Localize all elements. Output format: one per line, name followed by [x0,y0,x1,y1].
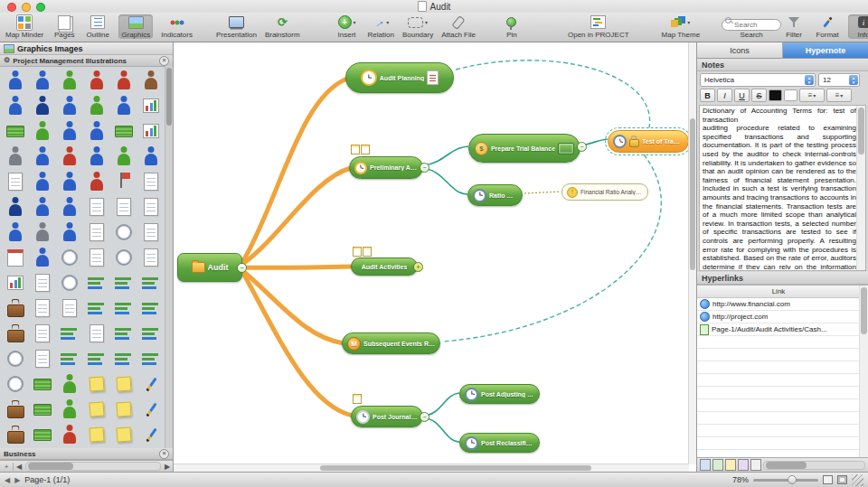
toolbar-button-graphics[interactable]: Graphics [118,14,153,39]
clipart-thumbnail-bars[interactable] [137,295,165,321]
add-topic-link-button[interactable] [738,459,749,471]
toolbar-button-open-in-project[interactable]: Open in PROJECT [568,14,629,39]
italic-button[interactable]: I [717,89,732,102]
clipart-thumbnail-chart[interactable] [137,93,165,118]
bold-button[interactable]: B [700,89,715,102]
toolbar-button-relation[interactable]: ▾ Relation [368,14,394,39]
clipart-thumbnail-pp-green[interactable] [29,118,56,144]
toolbar-button-indicators[interactable]: Indicators [161,14,193,39]
toolbar-button-pin[interactable]: Pin [499,14,524,39]
clipart-thumbnail-pp-red[interactable] [83,169,110,194]
clipart-thumbnail-bars[interactable] [83,346,110,371]
clipart-thumbnail-case[interactable] [2,295,29,321]
hyperlink-row-empty[interactable] [697,437,860,450]
toolbar-button-presentation[interactable]: Presentation [216,14,257,39]
topic-post-journal-entries[interactable]: Post Journal Entries [351,406,423,427]
topic-post-reclassification[interactable]: Post Reclassification [459,433,540,453]
toolbar-button-format[interactable]: Format [815,14,840,39]
scrollbar-thumb[interactable] [861,287,867,334]
zoom-slider[interactable] [753,479,818,482]
clipart-thumbnail-pp-green[interactable] [56,397,83,422]
font-size-dropdown[interactable]: 12 [818,73,860,87]
clipart-thumbnail-pp-red[interactable] [83,68,110,93]
clipart-thumbnail-pp-blue[interactable] [2,93,29,118]
clipart-thumbnail-doc[interactable] [29,321,56,346]
clipart-thumbnail-pp-blue[interactable] [83,118,110,144]
clipart-thumbnail-clock[interactable] [110,220,137,245]
hyperlinks-horizontal-scrollbar[interactable] [763,461,865,470]
sidebar-vertical-scrollbar[interactable] [165,66,173,448]
clipart-thumbnail-pp-green[interactable] [56,68,83,93]
hyperlink-row-empty[interactable] [697,387,860,399]
clipart-thumbnail-money[interactable] [29,422,56,447]
clipart-thumbnail-pp-brown[interactable] [137,68,165,93]
clipart-thumbnail-doc[interactable] [137,220,165,245]
clipart-thumbnail-clock[interactable] [56,270,83,295]
clipart-thumbnail-pp-blue[interactable] [110,93,137,118]
toolbar-button-info[interactable]: Info [848,14,868,39]
topic-audit-activities[interactable]: Audit Activities [351,258,418,276]
section-header-business[interactable]: Business [0,448,173,460]
clipart-thumbnail-bars[interactable] [137,270,165,295]
add-file-link-button[interactable] [725,459,736,471]
toolbar-button-map-theme[interactable]: ▾ Map Theme [662,14,701,39]
scroll-right-arrow[interactable]: ▶ [162,463,173,471]
section-header-project-management[interactable]: ⚙ Project Management Illustrations [0,55,173,67]
topic-test-of-transactions[interactable]: Test of Transactions [608,130,689,153]
clipart-thumbnail-bars[interactable] [110,295,137,321]
scrollbar-thumb[interactable] [858,108,864,155]
clipart-thumbnail-pp-red[interactable] [56,422,83,447]
clipart-thumbnail-note[interactable] [83,371,110,397]
font-family-dropdown[interactable]: Helvetica [700,73,816,87]
hyperlink-row-empty[interactable] [697,349,860,361]
text-color-swatch[interactable] [769,89,782,101]
collapse-knob[interactable] [237,263,247,273]
list-style-dropdown[interactable] [799,89,825,102]
clipart-thumbnail-pp-blue[interactable] [56,93,83,118]
hyperlink-row[interactable]: http://www.financial.com [697,298,860,311]
clipart-thumbnail-doc[interactable] [137,169,165,194]
clipart-thumbnail-pp-gray[interactable] [2,144,29,169]
clipart-thumbnail-money[interactable] [29,371,56,397]
hyperlink-row-empty[interactable] [697,399,860,412]
clipart-thumbnail-pp-red[interactable] [110,68,137,93]
clipart-thumbnail-clock[interactable] [2,346,29,371]
hyperlink-row-empty[interactable] [697,374,860,387]
alignment-dropdown[interactable] [826,89,852,102]
clipart-thumbnail-pp-blue[interactable] [2,68,29,93]
clipart-thumbnail-doc[interactable] [110,194,137,220]
toolbar-button-outline[interactable]: Outline [85,14,110,39]
clipart-thumbnail-bars[interactable] [110,346,137,371]
toolbar-button-pages[interactable]: Pages [52,14,77,39]
hyperlink-row-empty[interactable] [697,450,860,457]
toolbar-button-attach-file[interactable]: Attach File [441,14,476,39]
topic-post-adjusting-journal[interactable]: Post Adjusting Journal [459,384,540,404]
clipart-thumbnail-pp-dblue[interactable] [29,93,56,118]
clipart-thumbnail-pp-blue[interactable] [29,245,56,270]
clipart-thumbnail-money[interactable] [2,118,29,144]
clipart-thumbnail-bars[interactable] [83,295,110,321]
clipart-thumbnail-chart[interactable] [137,118,165,144]
clipart-thumbnail-note[interactable] [83,397,110,422]
clipart-thumbnail-note[interactable] [83,422,110,447]
clipart-thumbnail-bars[interactable] [110,270,137,295]
clipart-thumbnail-clock[interactable] [56,245,83,270]
clipart-thumbnail-pen[interactable] [137,422,165,447]
canvas-vertical-scrollbar[interactable] [688,42,696,464]
hyperlink-row-empty[interactable] [697,361,860,374]
toolbar-button-filter[interactable]: Filter [781,14,807,39]
topic-audit-planning[interactable]: Audit Planning [345,62,454,93]
clipart-thumbnail-doc[interactable] [83,321,110,346]
scrollbar-thumb[interactable] [766,462,807,469]
clipart-thumbnail-pp-blue[interactable] [83,144,110,169]
add-email-link-button[interactable] [750,459,761,471]
topic-preliminary-analysis[interactable]: Preliminary Analysis [349,156,423,179]
collapse-knob[interactable] [420,163,429,173]
toolbar-button-insert[interactable]: ▾ Insert [335,14,360,39]
next-page-button[interactable]: ▶ [14,476,20,484]
clipart-thumbnail-pp-red[interactable] [56,144,83,169]
topic-ratio-analysis[interactable]: Ratio Analysis [467,184,523,206]
clipart-thumbnail-case[interactable] [2,321,29,346]
clipart-thumbnail-doc[interactable] [29,270,56,295]
clipart-thumbnail-note[interactable] [110,397,137,422]
